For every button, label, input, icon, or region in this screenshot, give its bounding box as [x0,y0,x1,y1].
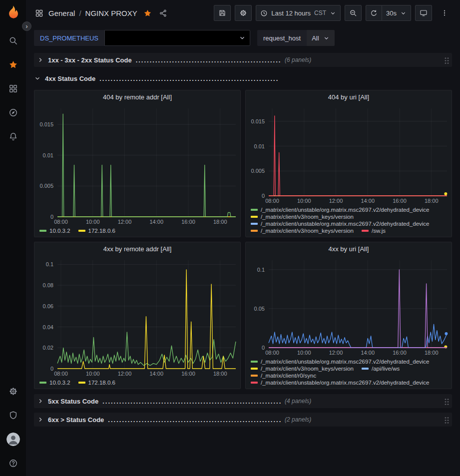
grafana-logo-icon[interactable] [4,4,21,21]
time-range-picker[interactable]: Last 12 hours CST [256,5,341,21]
dashboards-grid-icon [8,84,18,93]
datasource-variable-label[interactable]: DS_PROMETHEUS [34,30,104,46]
timezone-badge: CST [314,9,326,16]
svg-text:0.015: 0.015 [251,118,265,124]
sidebar-nav [0,28,26,148]
refresh-interval-dropdown[interactable]: 30s [382,5,411,21]
legend-item[interactable]: /sw.js [362,228,386,234]
svg-text:18:00: 18:00 [213,219,227,225]
legend-item[interactable]: 10.0.3.2 [39,228,70,234]
chevron-right-icon [37,416,44,423]
legend-item[interactable]: /_matrix/client/v3/room_keys/version [251,366,354,372]
datasource-variable-value-dropdown[interactable] [104,30,250,46]
panel-404-by-remote-addr: 404 by remote addr [All] 08:0010:0012:00… [34,90,241,237]
panel-4xx-by-uri: 4xx by uri [All] 08:0010:0012:0014:0016:… [245,242,452,389]
apps-grid-icon[interactable] [35,9,43,17]
legend-item[interactable]: /_matrix/client/v3/room_keys/version [251,228,354,234]
legend-item[interactable]: /_matrix/client/r0/sync [251,373,316,379]
svg-text:0.04: 0.04 [43,324,53,330]
svg-text:12:00: 12:00 [329,198,343,204]
svg-text:08:00: 08:00 [265,350,279,356]
sidebar-bottom [0,379,26,476]
legend-item[interactable]: 172.18.0.6 [78,228,115,234]
legend-item[interactable]: /_matrix/client/unstable/org.matrix.msc2… [251,207,430,213]
breadcrumb-dashboard-title[interactable]: NGINX PROXY [85,9,137,17]
sidebar-item-dashboards[interactable] [0,76,26,100]
legend-swatch [251,361,258,363]
grafana-app: › General / NGINX PROXY [0,0,460,476]
legend-swatch [251,216,258,218]
request-host-variable-value-dropdown[interactable]: All [307,30,334,46]
floppy-save-icon [218,9,226,17]
row-5xx-status-code[interactable]: 5xx Status Code ........................… [34,394,452,408]
panel-title[interactable]: 4xx by uri [All] [246,242,452,255]
timeseries-chart[interactable]: 08:0010:0012:0014:0016:0018:0000.020.040… [34,255,240,379]
timeseries-chart[interactable]: 08:0010:0012:0014:0016:0018:0000.0050.01… [246,103,452,206]
row-panel-count: (6 panels) [285,56,311,63]
row-drag-handle-icon[interactable] [444,56,449,64]
chevron-down-icon [323,35,330,41]
request-host-variable: request_host All [257,30,335,46]
svg-text:16:00: 16:00 [181,219,195,225]
svg-text:14:00: 14:00 [361,350,375,356]
row-title: 5xx Status Code [48,398,98,405]
gear-icon [8,387,18,396]
svg-text:0: 0 [50,214,53,220]
chevron-down-icon [400,10,407,16]
legend-swatch [251,382,258,384]
dashboard-settings-button[interactable] [235,5,252,21]
sidebar-item-alerting[interactable] [0,124,26,148]
svg-text:0: 0 [50,366,53,372]
chart-legend: 10.0.3.2172.18.0.6 [34,379,240,389]
refresh-button[interactable] [366,5,382,21]
legend-swatch [251,375,258,377]
row-title-dots: ........................................… [102,398,282,405]
legend-item[interactable]: /_matrix/client/unstable/org.matrix.msc2… [251,221,430,227]
row-6xx-status-code[interactable]: 6xx > Status Code ......................… [34,413,452,427]
sidebar-item-help[interactable] [0,451,26,475]
panel-title[interactable]: 404 by uri [All] [246,90,452,103]
legend-swatch [39,230,46,232]
breadcrumb-section[interactable]: General [48,9,75,17]
legend-item[interactable]: /_matrix/client/unstable/org.matrix.msc2… [251,359,430,365]
share-icon[interactable] [159,9,167,17]
save-dashboard-button[interactable] [214,5,231,21]
panel-title[interactable]: 404 by remote addr [All] [34,90,240,103]
sidebar-item-search[interactable] [0,28,26,52]
row-drag-handle-icon[interactable] [444,416,449,424]
sidebar-item-server-admin[interactable] [0,403,26,427]
row-4xx-status-code[interactable]: 4xx Status Code ........................… [34,71,452,85]
favorite-star-icon[interactable] [143,9,152,17]
zoom-out-time-button[interactable] [345,5,362,21]
svg-text:0.02: 0.02 [43,345,53,351]
sidebar-item-configuration[interactable] [0,379,26,403]
row-panel-count: (4 panels) [285,398,311,405]
sidebar-item-explore[interactable] [0,100,26,124]
row-1xx-3xx-2xx-status-code[interactable]: 1xx - 3xx - 2xx Status Code ............… [34,53,452,67]
cycle-view-mode-button[interactable] [415,5,432,21]
legend-item[interactable]: /_matrix/client/unstable/org.matrix.msc2… [251,380,430,386]
legend-item[interactable]: 10.0.3.2 [39,380,70,386]
timeseries-chart[interactable]: 08:0010:0012:0014:0016:0018:0000.0050.01… [34,103,240,227]
chevron-down-icon [239,34,246,41]
panel-4xx-by-remote-addr: 4xx by remote addr [All] 08:0010:0012:00… [34,242,241,389]
legend-item[interactable]: /_matrix/client/v3/room_keys/version [251,214,354,220]
legend-swatch [362,368,369,370]
timeseries-chart[interactable]: 08:0010:0012:0014:0016:0018:0000.050.1 [246,255,452,358]
legend-swatch [251,368,258,370]
legend-item[interactable]: /api/live/ws [362,366,400,372]
sidebar-item-profile[interactable] [0,427,26,451]
refresh-button-group: 30s [366,5,411,21]
panel-grid: 404 by remote addr [All] 08:0010:0012:00… [34,90,452,389]
sidebar-expand-button[interactable]: › [22,21,31,31]
svg-text:0.005: 0.005 [251,168,265,174]
panel-title[interactable]: 4xx by remote addr [All] [34,242,240,255]
question-circle-icon [8,459,18,468]
more-options-kebab[interactable] [436,5,453,21]
row-drag-handle-icon[interactable] [444,398,449,405]
star-icon [8,60,18,69]
svg-text:10:00: 10:00 [86,371,100,377]
legend-swatch [251,209,258,211]
sidebar-item-starred[interactable] [0,52,26,76]
legend-item[interactable]: 172.18.0.6 [78,380,115,386]
